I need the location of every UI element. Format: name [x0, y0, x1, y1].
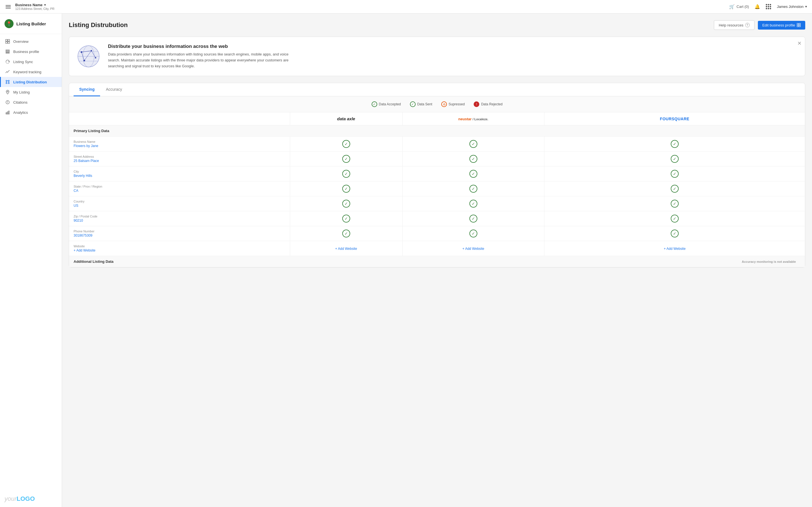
svg-rect-5 — [6, 51, 9, 52]
data-axle-website[interactable]: + Add Website — [290, 241, 402, 256]
header-actions: Help resources ? Edit business profile — [714, 20, 805, 30]
sidebar-item-keyword-tracking-label: Keyword tracking — [13, 70, 42, 74]
svg-rect-0 — [6, 40, 7, 41]
edit-icon — [797, 23, 801, 27]
add-website-data-axle[interactable]: + Add Website — [335, 247, 357, 251]
sidebar-item-citations[interactable]: Citations — [0, 97, 62, 107]
legend-data-sent: ✓ Data Sent — [410, 101, 432, 107]
foursquare-website[interactable]: + Add Website — [544, 241, 805, 256]
add-website-neustar[interactable]: + Add Website — [462, 247, 485, 251]
sidebar-item-my-listing-label: My Listing — [13, 90, 30, 94]
sidebar-item-business-profile-label: Business profile — [13, 50, 39, 54]
banner-close-button[interactable]: ✕ — [797, 40, 802, 47]
legend-data-rejected: ! Data Rejected — [474, 101, 502, 107]
check-icon: ✓ — [671, 215, 679, 223]
field-state: State / Prov / Region CA — [69, 181, 290, 196]
brand-icon: 📍 — [4, 19, 13, 28]
foursquare-state: ✓ — [544, 181, 805, 196]
neustar-website[interactable]: + Add Website — [402, 241, 544, 256]
user-dropdown-icon: ▼ — [805, 5, 808, 8]
apps-grid-button[interactable] — [766, 4, 771, 9]
top-nav-left: Business Name ▼ 123 Address Street, City… — [4, 3, 54, 10]
data-accepted-icon: ✓ — [371, 101, 377, 107]
provider-data-axle-label: data axle — [337, 116, 355, 121]
edit-business-profile-label: Edit business profile — [762, 23, 795, 27]
brand-label: Listing Builder — [16, 21, 46, 26]
neustar-business-name: ✓ — [402, 136, 544, 152]
sidebar-item-analytics[interactable]: Analytics — [0, 107, 62, 117]
svg-point-14 — [7, 91, 8, 92]
help-resources-button[interactable]: Help resources ? — [714, 20, 754, 30]
table-row: Zip / Postal Code 90210 ✓ ✓ ✓ — [69, 211, 805, 226]
business-name-display[interactable]: Business Name ▼ — [15, 3, 54, 7]
check-icon: ✓ — [671, 200, 679, 208]
sidebar-logo: yourLOGO — [0, 491, 62, 507]
analytics-icon — [5, 110, 10, 115]
help-question-icon: ? — [745, 23, 750, 27]
sidebar-item-business-profile[interactable]: Business profile — [0, 47, 62, 57]
svg-rect-21 — [797, 23, 799, 25]
field-website: Website + Add Website — [69, 241, 290, 256]
distribution-card: Syncing Accuracy ✓ Data Accepted ✓ Data … — [69, 83, 805, 268]
field-city: City Beverly Hills — [69, 166, 290, 181]
sidebar-item-overview-label: Overview — [13, 40, 29, 44]
svg-rect-22 — [799, 23, 801, 25]
svg-rect-1 — [8, 40, 10, 41]
check-icon: ✓ — [342, 155, 350, 163]
menu-button[interactable] — [4, 4, 12, 10]
sidebar-item-keyword-tracking[interactable]: Keyword tracking — [0, 67, 62, 77]
foursquare-country: ✓ — [544, 196, 805, 211]
sidebar-item-overview[interactable]: Overview — [0, 36, 62, 47]
logo-placeholder: yourLOGO — [4, 495, 57, 503]
field-zip: Zip / Postal Code 90210 — [69, 211, 290, 226]
check-icon: ✓ — [469, 185, 477, 193]
provider-neustar-label: neustar / Localeze. — [458, 117, 488, 121]
field-phone: Phone Number 3018675309 — [69, 226, 290, 241]
provider-foursquare-label: FOURSQUARE — [660, 117, 690, 121]
data-rejected-icon: ! — [474, 101, 479, 107]
sidebar-item-citations-label: Citations — [13, 100, 28, 105]
check-icon: ✓ — [342, 200, 350, 208]
svg-rect-20 — [8, 111, 9, 114]
keyword-tracking-icon — [5, 69, 10, 74]
data-axle-street-address: ✓ — [290, 152, 402, 166]
table-row: Website + Add Website + Add Website + Ad… — [69, 241, 805, 256]
add-website-foursquare[interactable]: + Add Website — [664, 247, 686, 251]
overview-icon — [5, 39, 10, 44]
tab-syncing[interactable]: Syncing — [73, 83, 100, 96]
edit-business-profile-button[interactable]: Edit business profile — [758, 21, 805, 30]
business-profile-icon — [5, 49, 10, 54]
tab-accuracy[interactable]: Accuracy — [100, 83, 128, 96]
field-street-address: Street Address 25 Balsam Place — [69, 152, 290, 166]
foursquare-street-address: ✓ — [544, 152, 805, 166]
distribution-table: data axle neustar / Localeze. FOURSQUARE… — [69, 112, 805, 267]
table-row: Street Address 25 Balsam Place ✓ ✓ ✓ — [69, 152, 805, 166]
data-axle-country: ✓ — [290, 196, 402, 211]
banner-content: Distribute your business information acr… — [108, 44, 300, 69]
sidebar: 📍 Listing Builder Overview Business prof… — [0, 13, 62, 507]
sidebar-item-listing-distribution[interactable]: Listing Distribution — [0, 77, 62, 87]
cart-button[interactable]: 🛒 Cart (0) — [729, 4, 749, 9]
check-icon: ✓ — [342, 230, 350, 237]
svg-point-10 — [8, 82, 9, 83]
svg-rect-23 — [797, 25, 799, 27]
notifications-button[interactable]: 🔔 — [755, 4, 760, 9]
table-row: State / Prov / Region CA ✓ ✓ ✓ — [69, 181, 805, 196]
table-row: Country US ✓ ✓ ✓ — [69, 196, 805, 211]
cart-icon: 🛒 — [729, 4, 735, 9]
data-axle-business-name: ✓ — [290, 136, 402, 152]
citations-icon — [5, 100, 10, 105]
info-banner: Distribute your business information acr… — [69, 37, 805, 76]
page-header: Listing Distrubution Help resources ? Ed… — [69, 20, 805, 30]
check-icon: ✓ — [671, 185, 679, 193]
sidebar-item-listing-sync[interactable]: Listing Sync — [0, 57, 62, 67]
data-axle-zip: ✓ — [290, 211, 402, 226]
user-menu-button[interactable]: James Johnston ▼ — [777, 4, 808, 9]
sidebar-item-my-listing[interactable]: My Listing — [0, 87, 62, 97]
check-icon: ✓ — [469, 230, 477, 237]
business-address: 123 Address Street, City, PR — [15, 7, 54, 10]
check-icon: ✓ — [342, 170, 350, 178]
col-foursquare: FOURSQUARE — [544, 112, 805, 125]
business-dropdown-icon: ▼ — [44, 3, 47, 6]
listing-distribution-icon — [5, 80, 10, 84]
